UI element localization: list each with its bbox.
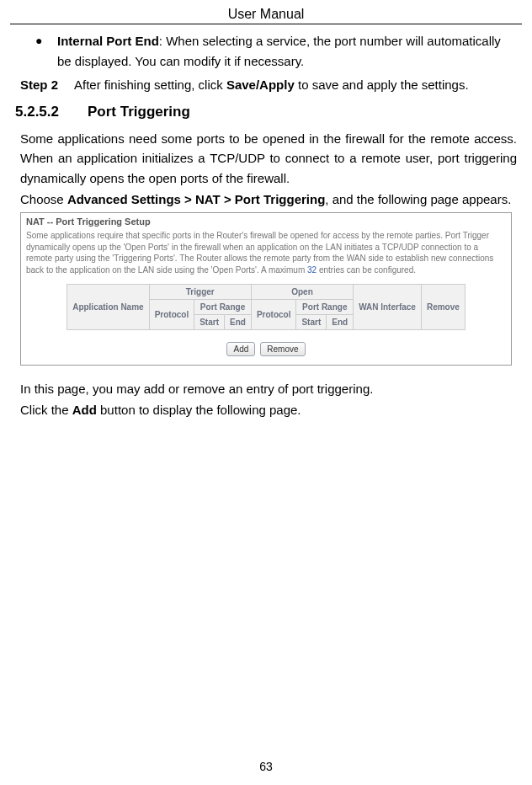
screenshot-desc-2: entries can be configured. — [319, 265, 416, 275]
subheading: 5.2.5.2 Port Triggering — [15, 104, 517, 120]
col-trigger: Trigger — [149, 285, 251, 300]
col-trigger-start: Start — [194, 315, 225, 330]
subheading-number: 5.2.5.2 — [15, 104, 88, 120]
screenshot-table-wrap: Application Name Trigger Open WAN Interf… — [21, 284, 511, 330]
paragraph-click-add: Click the Add button to display the foll… — [20, 400, 517, 419]
col-trigger-end: End — [224, 315, 251, 330]
paragraph-instruction: In this page, you may add or remove an e… — [20, 379, 517, 398]
para2-bold: Advanced Settings > NAT > Port Triggerin… — [67, 192, 325, 206]
step-2-prefix: After finishing setting, click — [74, 77, 226, 92]
bullet-internal-port-end: ● Internal Port End: When selecting a se… — [35, 31, 517, 72]
screenshot-title: NAT -- Port Triggering Setup — [21, 213, 511, 228]
paragraph-intro: Some applications need some ports to be … — [20, 129, 517, 188]
col-open: Open — [251, 285, 353, 300]
add-button[interactable]: Add — [226, 342, 255, 356]
col-trigger-port-range: Port Range — [194, 300, 252, 315]
para2-prefix: Choose — [20, 192, 67, 206]
screenshot-desc-1: Some applications require that specific … — [26, 231, 493, 275]
page-title: User Manual — [228, 7, 305, 21]
spacer — [15, 371, 517, 379]
subheading-title: Port Triggering — [88, 104, 190, 120]
bullet-text: Internal Port End: When selecting a serv… — [57, 31, 517, 72]
para2-suffix: , and the following page appears. — [325, 192, 511, 206]
bullet-label: Internal Port End — [57, 34, 159, 48]
remove-button[interactable]: Remove — [260, 342, 305, 356]
col-trigger-protocol: Protocol — [149, 300, 194, 330]
step-2-label: Step 2 — [20, 75, 74, 95]
col-open-start: Start — [296, 315, 327, 330]
screenshot-port-triggering: NAT -- Port Triggering Setup Some applic… — [20, 212, 512, 366]
col-remove: Remove — [421, 285, 465, 330]
step-2-suffix: to save and apply the settings. — [295, 77, 469, 92]
col-wan-interface: WAN Interface — [354, 285, 422, 330]
paragraph-choose: Choose Advanced Settings > NAT > Port Tr… — [20, 190, 517, 209]
col-application-name: Application Name — [67, 285, 149, 330]
col-open-protocol: Protocol — [251, 300, 296, 330]
bullet-dot-icon: ● — [35, 31, 57, 72]
screenshot-buttons: Add Remove — [21, 342, 511, 356]
screenshot-description: Some applications require that specific … — [21, 228, 511, 279]
para4-prefix: Click the — [20, 403, 72, 417]
para4-suffix: button to display the following page. — [97, 403, 301, 417]
port-triggering-table: Application Name Trigger Open WAN Interf… — [66, 284, 466, 330]
step-2-row: Step 2 After finishing setting, click Sa… — [20, 75, 517, 95]
page-header: User Manual — [10, 7, 522, 24]
screenshot-desc-num: 32 — [307, 265, 317, 275]
content-area: ● Internal Port End: When selecting a se… — [10, 31, 522, 420]
col-open-end: End — [327, 315, 354, 330]
page-number: 63 — [0, 760, 532, 773]
col-open-port-range: Port Range — [296, 300, 354, 315]
step-2-bold: Save/Apply — [226, 77, 295, 92]
step-2-body: After finishing setting, click Save/Appl… — [74, 75, 517, 95]
para4-bold: Add — [72, 403, 97, 417]
